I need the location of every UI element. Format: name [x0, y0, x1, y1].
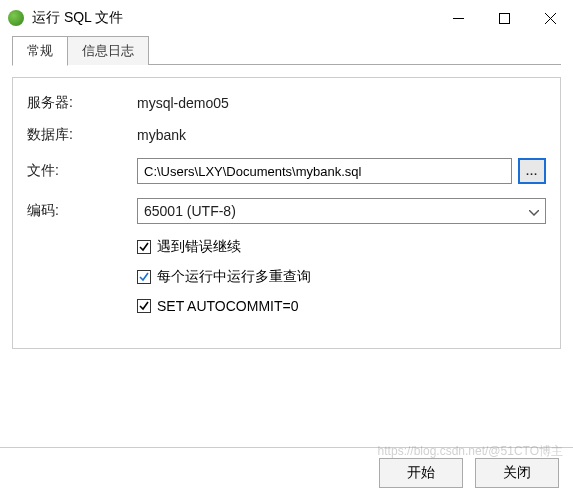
checkbox-multi-query[interactable]: 每个运行中运行多重查询 — [137, 268, 546, 286]
label-database: 数据库: — [27, 126, 137, 144]
form-panel: 服务器: mysql-demo05 数据库: mybank 文件: ... 编码… — [12, 77, 561, 349]
close-button[interactable] — [527, 0, 573, 36]
checkbox-autocommit[interactable]: SET AUTOCOMMIT=0 — [137, 298, 546, 314]
value-database: mybank — [137, 127, 546, 143]
checkbox-label: 每个运行中运行多重查询 — [157, 268, 311, 286]
footer: 开始 关闭 — [0, 447, 573, 488]
checkbox-icon — [137, 270, 151, 284]
row-database: 数据库: mybank — [27, 126, 546, 144]
value-server: mysql-demo05 — [137, 95, 546, 111]
file-input[interactable] — [137, 158, 512, 184]
window-controls — [435, 0, 573, 36]
minimize-button[interactable] — [435, 0, 481, 36]
row-file: 文件: ... — [27, 158, 546, 184]
row-server: 服务器: mysql-demo05 — [27, 94, 546, 112]
label-server: 服务器: — [27, 94, 137, 112]
tab-general[interactable]: 常规 — [12, 36, 68, 66]
encoding-select[interactable]: 65001 (UTF-8) — [137, 198, 546, 224]
checkbox-icon — [137, 299, 151, 313]
close-dialog-button[interactable]: 关闭 — [475, 458, 559, 488]
tab-bar: 常规 信息日志 — [0, 36, 573, 65]
svg-rect-1 — [499, 13, 509, 23]
checkbox-continue-on-error[interactable]: 遇到错误继续 — [137, 238, 546, 256]
label-encoding: 编码: — [27, 202, 137, 220]
app-icon — [8, 10, 24, 26]
label-file: 文件: — [27, 162, 137, 180]
checkbox-label: SET AUTOCOMMIT=0 — [157, 298, 298, 314]
row-encoding: 编码: 65001 (UTF-8) — [27, 198, 546, 224]
checkbox-icon — [137, 240, 151, 254]
chevron-down-icon — [529, 203, 539, 219]
window-title: 运行 SQL 文件 — [32, 9, 123, 27]
maximize-button[interactable] — [481, 0, 527, 36]
browse-button[interactable]: ... — [518, 158, 546, 184]
start-button[interactable]: 开始 — [379, 458, 463, 488]
tab-log[interactable]: 信息日志 — [67, 36, 149, 65]
encoding-value: 65001 (UTF-8) — [144, 203, 236, 219]
titlebar: 运行 SQL 文件 — [0, 0, 573, 36]
checkbox-label: 遇到错误继续 — [157, 238, 241, 256]
